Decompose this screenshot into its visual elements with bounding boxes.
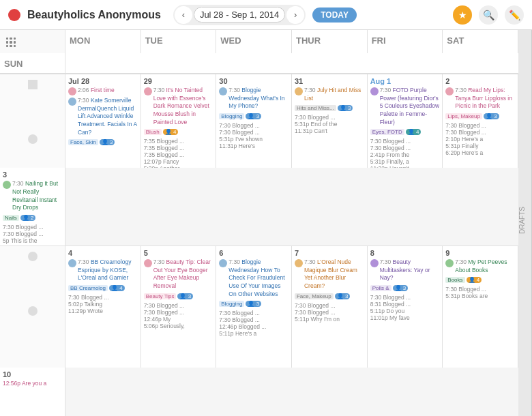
avatar — [68, 259, 76, 267]
avatar — [295, 87, 303, 95]
cell-sat-w2[interactable]: 9 7:30 My Pet Peeves About Books Books👤 … — [443, 246, 518, 368]
event-item[interactable]: 7:30 FOTD Purple Power (featuring Dior's… — [370, 87, 440, 126]
event-item[interactable]: 7:30 Kate Somerville DermalQuench Liquid… — [68, 97, 138, 136]
cell-sat-w1[interactable]: 2 7:30 Read My Lips: Tanya Burr Lipgloss… — [443, 74, 518, 168]
event-extra: 5:31p Books are — [445, 293, 515, 299]
calendar-main: MON TUE WED THUR FRI SAT SUN — [0, 30, 518, 416]
avatar — [295, 259, 303, 267]
day-wed: WED — [216, 30, 292, 53]
event-extra: 8:31 Blogged ... — [370, 301, 440, 308]
edit-button[interactable]: ✏️ — [505, 5, 524, 25]
tag: Hits and Miss... — [295, 105, 336, 111]
event-extra: 5:11p Do you — [370, 308, 440, 314]
app-title: Beautyholics Anonymous — [27, 9, 161, 21]
event-extra: 7:30 Blogged ... — [3, 224, 62, 231]
event-extra: 5p This is the — [3, 237, 62, 244]
event-item[interactable]: 2:06 First time — [68, 87, 138, 95]
avatar — [68, 98, 76, 106]
date-sun-w2: 10 — [3, 370, 62, 378]
avatar — [219, 87, 227, 95]
event-item[interactable]: 7:30 It's No Tainted Love with Essence's… — [144, 87, 213, 126]
cell-mon-w2[interactable]: 4 7:30 BB Creamology Esprique by KOSE, L… — [65, 246, 141, 368]
tag: Blogging — [219, 301, 244, 307]
avatar — [370, 259, 379, 267]
app-logo — [8, 9, 20, 21]
tag: Blogging — [219, 113, 244, 119]
event-text: 7:30 Bloggie Wednesday What's In My Phon… — [228, 87, 289, 110]
event-item[interactable]: 7:30 BB Creamology Esprique by KOSE, L'O… — [68, 258, 138, 282]
drafts-sidebar[interactable]: DRAFTS — [518, 30, 532, 416]
date-sat-w2: 9 — [445, 249, 515, 257]
event-item[interactable]: 7:30 Bloggie Wednesday How To Check For … — [219, 258, 289, 298]
event-extra: 7:30 Blogged ... — [219, 129, 289, 136]
day-mon: MON — [65, 30, 141, 53]
badge: 👤 4 — [406, 129, 422, 135]
badge: 👤 4 — [467, 277, 482, 283]
event-text: 7:30 It's No Tainted Love with Essence's… — [153, 87, 213, 126]
avatar — [370, 87, 379, 95]
cell-thur-w2[interactable]: 7 7:30 L'Oreal Nude Magique Blur Cream Y… — [292, 246, 368, 368]
date-thur-w1: 31 — [295, 77, 364, 85]
event-extra: 11:01p My fave — [370, 314, 440, 321]
cell-sun-w1[interactable]: 3 7:30 Nailing It But Not Really Revitan… — [0, 168, 65, 246]
badge: 👤 4 — [163, 129, 179, 135]
badge: 👤 3 — [393, 285, 409, 291]
event-item[interactable]: 7:30 Read My Lips: Tanya Burr Lipgloss i… — [445, 87, 515, 110]
badge: 👤 2 — [20, 215, 36, 221]
cell-sun-w2[interactable]: 10 12:56p Are you a — [0, 368, 65, 416]
event-item[interactable]: 7:30 July Hit and Miss List — [295, 87, 364, 102]
cell-tue-w1[interactable]: 29 7:30 It's No Tainted Love with Essenc… — [141, 74, 217, 168]
tag: Books — [445, 277, 464, 283]
cell-wed-w2[interactable]: 6 7:30 Bloggie Wednesday How To Check Fo… — [216, 246, 292, 368]
event-text: 7:30 L'Oreal Nude Magique Blur Cream Yet… — [304, 258, 364, 291]
event-extra: 7:30 Blogged ... — [370, 138, 440, 145]
date-thur-w2: 7 — [295, 249, 364, 257]
event-item[interactable]: 7:30 Nailing It But Not Really Revitanai… — [3, 180, 62, 212]
event-extra: 2:10p Here's a — [445, 136, 515, 143]
badge: 👤 3 — [246, 113, 261, 119]
next-button[interactable]: › — [286, 6, 304, 24]
event-extra: 5:31p End of the — [295, 121, 364, 128]
date-mon-w2: 4 — [68, 249, 138, 257]
event-item[interactable]: 7:30 Beauty Multitaskers: Yay or Nay? — [370, 258, 440, 282]
event-item[interactable]: 7:30 Beauty Tip: Clear Out Your Eye Boog… — [144, 258, 213, 291]
avatar — [445, 259, 454, 267]
event-extra: 5:06p Seriously, — [144, 323, 213, 329]
event-text: 7:30 My Pet Peeves About Books — [455, 258, 515, 274]
event-extra: 11:31p Can't — [295, 128, 364, 134]
event-extra: 5:31p Finally — [445, 143, 515, 149]
search-button[interactable]: 🔍 — [479, 5, 498, 25]
week-row-2: 4 7:30 BB Creamology Esprique by KOSE, L… — [0, 246, 518, 416]
avatar — [144, 87, 152, 95]
tag: Beauty Tips — [144, 293, 177, 299]
event-item[interactable]: 7:30 Bloggie Wednesday What's In My Phon… — [219, 87, 289, 110]
badge: 👤 3 — [177, 293, 193, 299]
cell-thur-w1[interactable]: 31 7:30 July Hit and Miss List Hits and … — [292, 74, 368, 168]
date-fri-w1: Aug 1 — [370, 77, 440, 85]
tag: BB Creamolog — [68, 285, 108, 291]
event-extra: 7:30 Blogged ... — [445, 129, 515, 136]
cell-fri-w2[interactable]: 8 7:30 Beauty Multitaskers: Yay or Nay? … — [368, 246, 443, 368]
cell-fri-w1[interactable]: Aug 1 7:30 FOTD Purple Power (featuring … — [368, 74, 443, 168]
app-header: Beautyholics Anonymous ‹ Jul 28 - Sep 1,… — [0, 0, 532, 30]
event-text: 7:30 Beauty Multitaskers: Yay or Nay? — [380, 258, 440, 282]
badge: 👤 3 — [338, 105, 353, 111]
date-sun-w1: 3 — [3, 170, 62, 179]
day-sat: SAT — [443, 30, 518, 53]
event-item[interactable]: 7:30 My Pet Peeves About Books — [445, 258, 515, 274]
event-item[interactable]: 7:30 L'Oreal Nude Magique Blur Cream Yet… — [295, 258, 364, 291]
week-row-1: Jul 28 2:06 First time 7:30 Kate Somervi… — [0, 74, 518, 246]
day-thur: THUR — [292, 30, 368, 53]
badge: 👤 3 — [246, 301, 261, 307]
cell-mon-w1[interactable]: Jul 28 2:06 First time 7:30 Kate Somervi… — [65, 74, 141, 168]
date-range: Jul 28 - Sep 1, 2014 — [194, 7, 285, 23]
tag: Eyes, FOTD — [370, 129, 404, 135]
cell-wed-w1[interactable]: 30 7:30 Bloggie Wednesday What's In My P… — [216, 74, 292, 168]
prev-button[interactable]: ‹ — [175, 6, 192, 24]
today-button[interactable]: TODAY — [312, 8, 357, 23]
cell-tue-w2[interactable]: 5 7:30 Beauty Tip: Clear Out Your Eye Bo… — [141, 246, 217, 368]
apps-cell[interactable] — [0, 30, 65, 53]
day-tue: TUE — [141, 30, 217, 53]
date-tue-w1: 29 — [144, 77, 213, 85]
favorites-button[interactable]: ★ — [453, 5, 472, 25]
